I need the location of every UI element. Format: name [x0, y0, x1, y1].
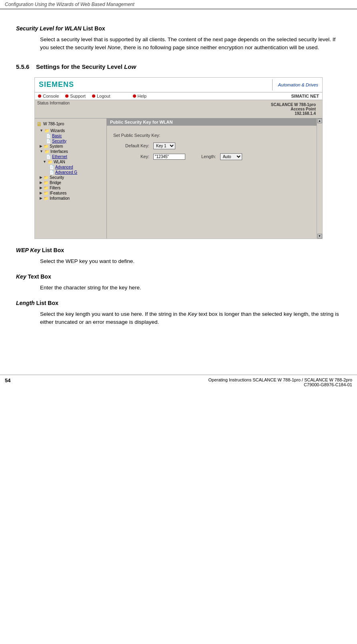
length-label: Length: [201, 154, 216, 159]
system-folder-icon: 📁 [44, 144, 48, 148]
ifeatures-label: IFeatures [50, 191, 66, 195]
nav-logout-label: Logout [97, 94, 110, 98]
nav-help[interactable]: Help [133, 94, 147, 98]
wep-key-body: Select the WEP key you want to define. [40, 257, 341, 265]
wep-key-title-suffix: List Box [42, 247, 64, 253]
information-folder-icon: 📁 [44, 196, 48, 201]
security-label: Security [52, 139, 66, 143]
scrollbar-down[interactable]: ▼ [317, 234, 322, 239]
sidebar-item-security[interactable]: ▶ 📁 Security [38, 175, 106, 180]
panel-title-bar: Public Security Key for WLAN [107, 118, 317, 126]
panel-title-text: Public Security Key for WLAN [110, 120, 172, 124]
filters-expand-icon: ▶ [40, 186, 42, 190]
length-text: Select the key length you want to use he… [40, 311, 339, 325]
nav-right: SIMATIC NET [291, 94, 319, 98]
sidebar-item-advanced-g[interactable]: 📄 Advanced G [48, 170, 106, 175]
sidebar-item-security-leaf[interactable]: 📄 Security [44, 138, 106, 144]
sidebar-item-basic[interactable]: 📄 Basic [44, 133, 106, 138]
sidebar-item-ifeatures[interactable]: ▶ 📁 IFeatures [38, 191, 106, 196]
interfaces-folder-icon: 📁 [44, 149, 49, 154]
wizards-label: Wizards [50, 128, 65, 133]
status-bar: Status Information [37, 101, 70, 117]
nav-support-label: Support [70, 94, 86, 98]
length-select[interactable]: Auto 40 104 [220, 153, 242, 160]
information-label: Information [50, 196, 70, 201]
siemens-logo: SIEMENS [39, 80, 74, 89]
default-key-select[interactable]: Key 1 Key 2 Key 3 Key 4 [153, 142, 175, 149]
security-folder-label: Security [50, 175, 64, 180]
sidebar-item-wizards[interactable]: ▼ 📁 Wizards [38, 128, 106, 133]
sidebar-item-bridge[interactable]: ▶ 📁 Bridge [38, 180, 106, 185]
device-type: Access Point [271, 107, 316, 111]
section-title-suffix: List Box [83, 25, 105, 32]
sidebar-item-wlan[interactable]: ▼ 📁 WLAN [41, 159, 106, 165]
nav-dot-support [65, 94, 68, 98]
length-section-title: Length List Box [16, 300, 341, 306]
wlan-folder-icon: 📁 [48, 160, 52, 164]
sim-sidebar: 🖥 W 788-1pro ▼ 📁 Wizards 📄 Basic [35, 118, 107, 239]
sidebar-folder-wizards: ▼ 📁 Wizards 📄 Basic 📄 Security [38, 128, 106, 144]
ifeatures-expand-icon: ▶ [40, 191, 42, 195]
wizards-expand-icon: ▼ [40, 128, 43, 132]
footer-doc-line2: C79000-G8976-C184-01 [209, 382, 352, 387]
sim-panel-wrapper: Public Security Key for WLAN Set Public … [107, 118, 317, 239]
system-label: System [50, 144, 63, 148]
screenshot-container: SIEMENS Automation & Drives Console Supp… [34, 77, 323, 239]
status-bar-label: Status Information [37, 101, 70, 117]
bridge-folder-icon: 📁 [44, 181, 48, 185]
ethernet-label: Ethernet [52, 154, 67, 159]
advanced-g-doc-icon: 📄 [49, 170, 54, 175]
sidebar-item-system[interactable]: ▶ 📁 System [38, 144, 106, 149]
nav-console-label: Console [43, 94, 59, 98]
nav-logout[interactable]: Logout [92, 94, 110, 98]
nav-dot-console [38, 94, 41, 98]
sidebar-folder-system: ▶ 📁 System [38, 144, 106, 149]
length-body: Select the key length you want to use he… [40, 310, 341, 327]
device-info: SCALANCE W 788-1pro Access Point 192.168… [271, 101, 320, 117]
scrollbar-up[interactable]: ▲ [317, 118, 322, 123]
nav-console[interactable]: Console [38, 94, 59, 98]
filters-label: Filters [50, 186, 60, 190]
sidebar-root[interactable]: 🖥 W 788-1pro [35, 120, 106, 128]
brand-text: Automation & Drives [278, 82, 318, 87]
section-security-level-body: Select a security level that is supporte… [40, 36, 341, 52]
wlan-label: WLAN [54, 160, 65, 164]
sidebar-folder-security: ▶ 📁 Security [38, 175, 106, 180]
page-footer: 54 Operating Instructions SCALANCE W 788… [0, 375, 357, 389]
sidebar-item-filters[interactable]: ▶ 📁 Filters [38, 185, 106, 191]
key-text-section-title: Key Text Box [16, 273, 341, 280]
ethernet-doc-icon: 📄 [46, 154, 51, 159]
subsection-heading: 5.5.6 Settings for the Security Level Lo… [16, 63, 341, 70]
nav-dot-help [133, 94, 136, 98]
subsection-title: Settings for the Security Level [36, 63, 124, 70]
nav-dot-logout [92, 94, 95, 98]
footer-doc-line1: Operating Instructions SCALANCE W 788-1p… [209, 377, 352, 382]
nav-support[interactable]: Support [65, 94, 86, 98]
form-row-default-key: Default Key: Key 1 Key 2 Key 3 Key 4 [113, 142, 310, 149]
bridge-expand-icon: ▶ [40, 181, 42, 185]
sidebar-folder-interfaces: ▼ 📁 Interfaces 📄 Ethernet ▼ 📁 [38, 149, 106, 175]
section-title-italic: Security Level for WLAN [16, 25, 81, 32]
interfaces-label: Interfaces [50, 149, 68, 154]
ifeatures-folder-icon: 📁 [44, 191, 48, 195]
subsection-number: 5.5.6 [16, 63, 29, 70]
device-name: SCALANCE W 788-1pro [271, 102, 316, 107]
panel-scrollbar[interactable]: ▲ ▼ [317, 118, 322, 239]
sidebar-item-ethernet[interactable]: 📄 Ethernet [44, 154, 106, 159]
security-folder-icon: 📁 [44, 175, 48, 180]
sidebar-item-information[interactable]: ▶ 📁 Information [38, 196, 106, 201]
sidebar-folder-filters: ▶ 📁 Filters [38, 185, 106, 191]
sim-body: 🖥 W 788-1pro ▼ 📁 Wizards 📄 Basic [35, 118, 322, 239]
basic-doc-icon: 📄 [46, 134, 51, 138]
sidebar-item-interfaces[interactable]: ▼ 📁 Interfaces [38, 149, 106, 154]
advanced-doc-icon: 📄 [49, 165, 54, 169]
sim-header: SIEMENS Automation & Drives [35, 78, 322, 92]
key-text-title-suffix: Text Box [28, 273, 51, 280]
wep-key-section-title: WEP Key List Box [16, 247, 341, 253]
sidebar-item-advanced[interactable]: 📄 Advanced [48, 165, 106, 170]
sidebar-folder-information: ▶ 📁 Information [38, 196, 106, 201]
header-divider [272, 79, 273, 90]
section-security-level-title: Security Level for WLAN List Box [16, 25, 341, 32]
key-input[interactable] [153, 154, 185, 160]
sidebar-folder-ifeatures: ▶ 📁 IFeatures [38, 191, 106, 196]
